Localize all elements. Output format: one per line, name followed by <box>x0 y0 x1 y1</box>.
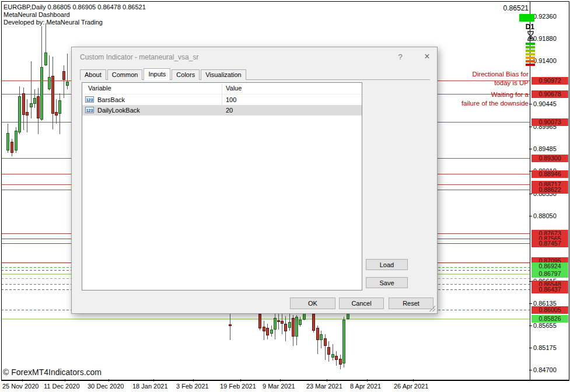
candle-body <box>51 76 54 114</box>
reset-button[interactable]: Reset <box>389 298 433 309</box>
strength-meter-bar <box>526 43 535 45</box>
candle-body <box>37 96 40 118</box>
candle-body <box>229 324 232 326</box>
price-axis-label: 0.91880 <box>533 35 557 43</box>
dialog-help-button[interactable]: ? <box>391 47 409 67</box>
price-axis-badge-resistance: 0.90972 <box>531 77 568 85</box>
hourglass-icon <box>526 31 535 42</box>
tab-about[interactable]: About <box>80 69 106 80</box>
tab-colors[interactable]: Colors <box>172 69 200 80</box>
price-axis-badge-support: 0.86797 <box>531 270 568 278</box>
candle-body <box>295 317 298 337</box>
candle-body <box>258 314 261 328</box>
variable-value[interactable]: 100 <box>226 94 236 105</box>
candle-body <box>274 318 277 330</box>
candle-wick <box>56 99 57 124</box>
mt4-chart-window: EURGBP,Daily 0.86805 0.86905 0.86478 0.8… <box>0 0 570 392</box>
bias-text-line1: Directional Bias for <box>472 70 529 79</box>
strength-meter-bar <box>526 46 535 48</box>
dashboard-signal-box <box>519 14 534 22</box>
candle-body <box>15 131 18 150</box>
candle-body <box>299 320 302 325</box>
candle-wick <box>282 313 282 334</box>
time-tick <box>327 379 327 382</box>
candle-wick <box>60 93 60 134</box>
bias-text-line2: today is UP <box>472 79 529 88</box>
candle-body <box>288 322 291 328</box>
time-axis-label: 3 Feb 2021 <box>176 383 209 390</box>
time-axis-label: 25 Nov 2020 <box>2 383 39 390</box>
price-axis-label: 0.84700 <box>533 366 557 374</box>
tab-common[interactable]: Common <box>107 69 143 80</box>
dialog-close-button[interactable]: × <box>417 47 437 67</box>
dashboard-timeframe-label: D1 <box>518 23 534 31</box>
variable-name: DailyLookBack <box>97 105 140 116</box>
price-axis-badge-resistance: 0.86005 <box>531 306 568 314</box>
time-axis-label: 23 Mar 2021 <box>306 383 342 390</box>
candle-body <box>320 334 323 340</box>
candle-body <box>62 71 65 80</box>
load-button[interactable]: Load <box>366 259 408 270</box>
price-axis-label: 0.85655 <box>533 322 557 330</box>
dialog-resize-grip[interactable] <box>429 306 435 312</box>
tab-inputs[interactable]: Inputs <box>144 68 170 80</box>
numeric-input-icon: 123 <box>85 107 94 113</box>
time-axis-label: 26 Apr 2021 <box>394 383 428 390</box>
indicator-name-label: MetaNeural Dashboard <box>4 11 146 19</box>
candle-body <box>18 96 21 132</box>
time-tick <box>22 379 23 382</box>
table-row-dailylookback[interactable]: 123 DailyLookBack 20 <box>82 105 362 116</box>
symbol-ohlc-label: EURGBP,Daily 0.86805 0.86905 0.86478 0.8… <box>4 4 146 11</box>
variable-value[interactable]: 20 <box>226 105 233 116</box>
time-axis-label: 9 Mar 2021 <box>263 383 295 390</box>
save-button[interactable]: Save <box>366 277 408 288</box>
price-axis-badge-resistance: 0.87457 <box>531 240 568 247</box>
cancel-button[interactable]: Cancel <box>339 298 384 309</box>
candle-body <box>48 77 51 89</box>
price-axis-label: 0.85175 <box>533 344 557 352</box>
candle-body <box>11 142 13 153</box>
custom-indicator-dialog: Custom Indicator - metaneural_vsa_sr ? ×… <box>71 47 438 314</box>
price-axis: 0.923600.918800.914000.904450.899650.894… <box>530 0 570 380</box>
inputs-table: Variable Value 123 BarsBack 100 123 Dail… <box>82 82 362 290</box>
time-axis: 25 Nov 202011 Dec 202030 Dec 202018 Jan … <box>0 380 570 392</box>
ok-button[interactable]: OK <box>290 298 335 309</box>
candle-body <box>316 328 319 340</box>
candle-body <box>347 313 349 319</box>
numeric-input-icon: 123 <box>85 96 94 103</box>
strength-meter-bar <box>526 64 535 66</box>
tab-visualization[interactable]: Visualization <box>201 69 246 80</box>
candle-wick <box>333 344 333 360</box>
price-axis-label: 0.88050 <box>533 212 557 220</box>
candle-body <box>44 52 47 65</box>
candle-body <box>339 359 342 365</box>
price-axis-badge-resistance: 0.88622 <box>531 186 568 194</box>
candle-wick <box>230 313 230 340</box>
time-tick <box>240 379 241 382</box>
price-axis-label: 0.89485 <box>533 145 557 153</box>
price-axis-badge-resistance: 0.90678 <box>531 90 568 98</box>
time-tick <box>193 379 194 382</box>
price-axis-label: 0.92360 <box>533 13 557 20</box>
candle-body <box>284 324 287 331</box>
time-tick <box>367 379 368 382</box>
column-header-variable: Variable <box>88 83 111 94</box>
candle-body <box>324 338 327 346</box>
table-row-barsback[interactable]: 123 BarsBack 100 <box>82 94 362 105</box>
price-axis-badge-resistance: 0.86437 <box>531 286 568 293</box>
candle-body <box>312 314 315 331</box>
time-tick <box>280 379 281 382</box>
column-header-value: Value <box>226 83 242 94</box>
variable-name: BarsBack <box>97 94 125 105</box>
candle-body <box>40 67 43 120</box>
watermark: © ForexMT4Indicators.com <box>3 368 102 377</box>
dialog-title[interactable]: Custom Indicator - metaneural_vsa_sr <box>80 47 198 67</box>
indicator-credit-label: Developed by: MetaNeural Trading <box>4 19 146 26</box>
time-tick <box>109 379 109 382</box>
candle-body <box>58 100 61 114</box>
price-axis-label: 0.91400 <box>533 57 557 65</box>
wait-text-line1: Waiting for a <box>461 90 529 99</box>
candle-body <box>270 330 273 334</box>
candle-wick <box>64 65 64 98</box>
candle-body <box>342 320 345 363</box>
